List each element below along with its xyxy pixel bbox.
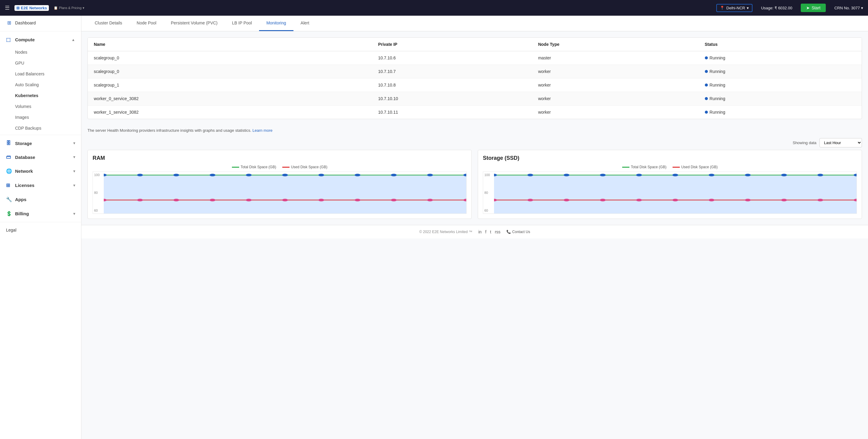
brand-label: Plans & Pricing <box>59 6 82 10</box>
storage-chart-title: Storage (SSD) <box>483 155 857 161</box>
sidebar-item-cdp-backups[interactable]: CDP Backups <box>15 123 81 133</box>
sidebar-section-storage[interactable]: 🗄 Storage ▾ <box>0 136 81 150</box>
storage-svg <box>494 172 857 214</box>
cell-node-type: worker <box>532 92 699 105</box>
facebook-icon[interactable]: f <box>485 229 487 234</box>
start-button[interactable]: ➤ Start <box>801 4 826 12</box>
svg-point-10 <box>427 174 433 176</box>
sidebar-section-apps[interactable]: 🔧 Apps <box>0 192 81 207</box>
contact-us-link[interactable]: 📞 Contact Us <box>506 230 530 234</box>
sidebar-item-load-balancers[interactable]: Load Balancers <box>15 68 81 79</box>
svg-point-2 <box>137 174 143 176</box>
hamburger-icon[interactable]: ☰ <box>5 4 10 11</box>
sidebar-item-auto-scaling[interactable]: Auto Scaling <box>15 79 81 90</box>
tab-cluster-details[interactable]: Cluster Details <box>88 16 129 31</box>
start-icon: ➤ <box>806 5 810 10</box>
status-text: Running <box>710 110 725 115</box>
cell-name: scalegroup_1 <box>88 79 372 92</box>
svg-point-38 <box>600 199 606 201</box>
rss-icon[interactable]: rss <box>495 229 501 234</box>
svg-point-42 <box>745 199 751 201</box>
sidebar-section-licenses[interactable]: ⊞ Licenses ▾ <box>0 178 81 192</box>
status-text: Running <box>710 96 725 101</box>
svg-point-4 <box>210 174 215 176</box>
sidebar-item-gpu[interactable]: GPU <box>15 58 81 68</box>
sidebar-item-kubernetes[interactable]: Kubernetes <box>15 90 81 101</box>
linkedin-icon[interactable]: in <box>478 229 482 234</box>
cell-node-type: worker <box>532 65 699 79</box>
sidebar-item-nodes[interactable]: Nodes <box>15 47 81 58</box>
svg-point-27 <box>600 174 606 176</box>
region-selector[interactable]: 📍 Delhi-NCR ▾ <box>716 4 752 12</box>
topnav: ☰ ⊞ E2E Networks 📋 Plans & Pricing ▾ 📍 D… <box>0 0 868 16</box>
crn-display[interactable]: CRN No. 3077 ▾ <box>834 6 863 10</box>
ram-chart-area: 100 80 60 <box>93 171 467 214</box>
sidebar-item-legal[interactable]: Legal <box>0 223 81 237</box>
start-label: Start <box>812 5 820 10</box>
cell-ip: 10.7.10.11 <box>372 105 532 119</box>
tab-alert[interactable]: Alert <box>293 16 317 31</box>
compute-icon: ⬚ <box>6 37 12 42</box>
sidebar: ⊞ Dashboard ⬚ Compute ▲ Nodes GPU Load B… <box>0 16 82 439</box>
sidebar-section-database[interactable]: 🗃 Database ▾ <box>0 150 81 164</box>
tab-lb-ip-pool[interactable]: LB IP Pool <box>225 16 259 31</box>
col-name: Name <box>88 38 372 51</box>
status-dot <box>705 56 708 59</box>
logo-icon: ⊞ <box>16 6 20 10</box>
sidebar-item-volumes[interactable]: Volumes <box>15 101 81 112</box>
svg-point-28 <box>636 174 642 176</box>
sidebar-item-images[interactable]: Images <box>15 112 81 123</box>
table-row: worker_0_service_3082 10.7.10.10 worker … <box>88 92 862 105</box>
svg-point-32 <box>781 174 787 176</box>
tab-bar: Cluster Details Node Pool Persistent Vol… <box>82 16 868 31</box>
cell-node-type: master <box>532 51 699 65</box>
apps-icon: 🔧 <box>6 196 12 202</box>
svg-point-13 <box>137 199 143 201</box>
nodes-table-container: Name Private IP Node Type Status scalegr… <box>88 37 862 119</box>
cell-name: scalegroup_0 <box>88 65 372 79</box>
twitter-icon[interactable]: t <box>490 229 491 234</box>
svg-point-29 <box>672 174 678 176</box>
svg-point-6 <box>282 174 288 176</box>
svg-point-41 <box>709 199 714 201</box>
database-icon: 🗃 <box>6 154 12 160</box>
sidebar-item-dashboard[interactable]: ⊞ Dashboard <box>0 16 81 30</box>
sidebar-compute-submenu: Nodes GPU Load Balancers Auto Scaling Ku… <box>0 47 81 133</box>
sidebar-section-billing[interactable]: 💲 Billing ▾ <box>0 207 81 221</box>
learn-more-link[interactable]: Learn more <box>252 128 272 133</box>
svg-point-16 <box>246 199 251 201</box>
status-text: Running <box>710 83 725 88</box>
sidebar-item-legal-label: Legal <box>6 228 16 232</box>
svg-point-9 <box>391 174 397 176</box>
ram-total-legend: Total Disk Space (GB) <box>232 165 276 169</box>
storage-chart-legend: Total Disk Space (GB) Used Disk Space (G… <box>483 165 857 169</box>
svg-point-37 <box>564 199 569 201</box>
sidebar-section-network[interactable]: 🌐 Network ▾ <box>0 164 81 178</box>
svg-marker-23 <box>494 175 857 214</box>
cell-node-type: worker <box>532 105 699 119</box>
divider-1 <box>0 31 81 31</box>
main-content: Cluster Details Node Pool Persistent Vol… <box>82 16 868 439</box>
col-node-type: Node Type <box>532 38 699 51</box>
time-range-select[interactable]: Last Hour Last 6 Hours Last 24 Hours Las… <box>819 138 862 148</box>
status-text: Running <box>710 56 725 60</box>
sidebar-section-compute[interactable]: ⬚ Compute ▲ <box>0 33 81 47</box>
tab-node-pool[interactable]: Node Pool <box>129 16 163 31</box>
storage-chevron-icon: ▾ <box>73 141 75 145</box>
status-dot <box>705 70 708 73</box>
cell-name: scalegroup_0 <box>88 51 372 65</box>
sidebar-section-apps-label: Apps <box>15 197 27 202</box>
nodes-table: Name Private IP Node Type Status scalegr… <box>88 38 862 119</box>
tab-monitoring[interactable]: Monitoring <box>259 16 293 31</box>
brand-menu[interactable]: 📋 Plans & Pricing ▾ <box>54 6 85 10</box>
ram-chart-svg-container <box>104 172 466 214</box>
region-caret-icon: ▾ <box>747 6 749 10</box>
contact-icon: 📞 <box>506 230 511 234</box>
dashboard-icon: ⊞ <box>6 20 12 26</box>
licenses-icon: ⊞ <box>6 182 12 188</box>
footer: © 2022 E2E Networks Limited ™ in f t rss… <box>82 225 868 239</box>
tab-persistent-volume[interactable]: Persistent Volume (PVC) <box>163 16 225 31</box>
status-dot <box>705 111 708 114</box>
charts-section: RAM Total Disk Space (GB) Used Disk Spac… <box>82 150 868 225</box>
storage-chart-area: 100 80 60 <box>483 171 857 214</box>
